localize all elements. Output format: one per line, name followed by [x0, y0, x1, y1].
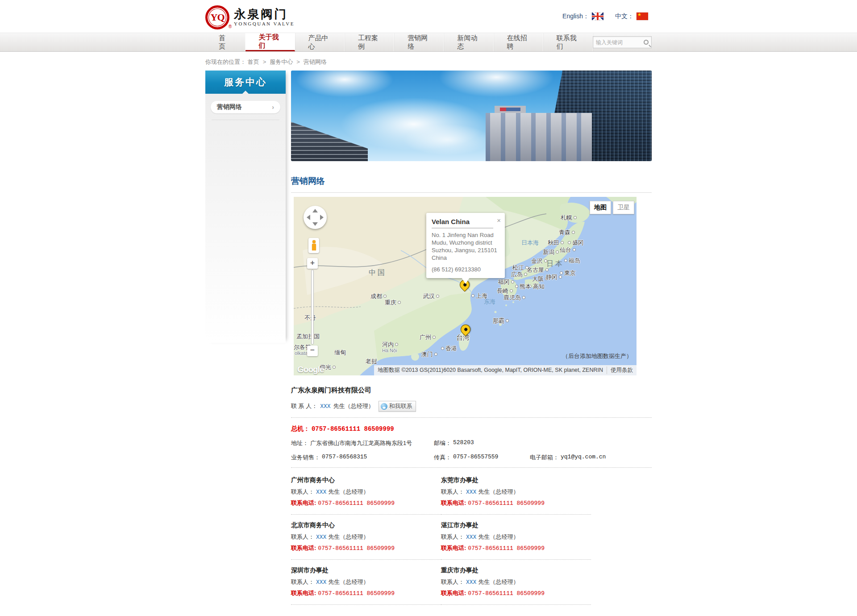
dotted-divider	[291, 417, 652, 418]
nav-item[interactable]: 工程案例	[345, 33, 394, 51]
zoom-out-button[interactable]: −	[307, 345, 318, 356]
site-logo[interactable]: YQ ® 永泉阀门 YONGQUAN VALVE	[205, 4, 295, 29]
contact-person-name: XXX	[320, 403, 330, 410]
china-flag-icon[interactable]	[637, 12, 648, 20]
nav-item[interactable]: 产品中心	[295, 33, 345, 51]
qq-button-label: 和我联系	[389, 402, 412, 410]
map-label: 武汉	[423, 292, 439, 300]
lang-english-link[interactable]: English：	[562, 12, 603, 21]
map-label: 上海	[471, 292, 487, 300]
logo-name-en: YONGQUAN VALVE	[234, 21, 295, 26]
dotted-divider	[291, 467, 652, 468]
map-label: 日本	[546, 259, 564, 269]
office-phone-numbers: 0757-86561111 86509999	[318, 590, 395, 597]
map-type-button[interactable]: 卫星	[613, 201, 634, 214]
company-name: 广东永泉阀门科技有限公司	[291, 386, 652, 395]
info-window-address-line: China	[432, 254, 499, 262]
map-label: 澳门	[421, 350, 437, 358]
breadcrumb-separator: >	[296, 58, 300, 65]
map-label: 熊本	[515, 283, 531, 291]
map-label: 日本海	[521, 239, 539, 247]
office-contact-name: XXX	[316, 579, 326, 586]
nav-item[interactable]: 新闻动态	[444, 33, 493, 51]
office-phone-numbers: 0757-86561111 86509999	[468, 590, 545, 597]
map-label: 台湾	[456, 333, 470, 342]
pan-right-icon[interactable]	[320, 215, 324, 220]
contact-label: 联 系 人：	[291, 402, 317, 410]
zip-label: 邮编：	[434, 439, 451, 447]
map-type-button[interactable]: 地图	[590, 201, 611, 214]
sidebar-item-marketing-network[interactable]: 营销网络 ›	[211, 101, 280, 113]
cloud-shape	[438, 71, 554, 97]
map-label: olkata	[295, 350, 308, 356]
map-overlay-note: （后台添加地图数据生产）	[562, 352, 632, 360]
map-type-toggle: 地图卫星	[590, 201, 634, 214]
google-map[interactable]: 中国日本日本海东海成都重庆武汉上海广州香港澳门台湾河内Hà Nội老挝缅甸孟加拉…	[294, 197, 637, 375]
pan-left-icon[interactable]	[307, 215, 310, 220]
map-label: 福冈	[498, 278, 514, 286]
nav-item[interactable]: 关于我们	[245, 33, 295, 51]
pan-up-icon[interactable]	[312, 209, 318, 212]
breadcrumb-link[interactable]: 服务中心>	[270, 58, 304, 65]
map-label: 广州	[420, 333, 436, 341]
breadcrumb-link[interactable]: 首页>	[248, 58, 270, 65]
office-contact-title: 先生（总经理）	[328, 488, 369, 495]
zoom-slider-track[interactable]	[311, 270, 314, 345]
close-icon[interactable]: ×	[497, 217, 501, 224]
nav-item[interactable]: 联系我们	[543, 33, 593, 51]
zip-value: 528203	[453, 439, 474, 447]
map-label: 東京	[560, 269, 576, 277]
cloud-shape	[403, 124, 492, 155]
nav-item[interactable]: 首 页	[205, 33, 245, 51]
map-label: 青森	[559, 229, 575, 237]
hotline-row: 总机： 0757-86561111 86509999	[291, 425, 652, 433]
google-logo[interactable]: Google	[297, 365, 324, 375]
office-contact-name: XXX	[466, 489, 476, 495]
map-label: 孟加拉国	[296, 333, 320, 341]
office-phone-label: 联系电话:	[441, 499, 466, 506]
address-label: 地址：	[291, 439, 308, 447]
company-info: 广东永泉阀门科技有限公司 联 系 人： XXX 先生（总经理） 和我联系 总机：…	[291, 386, 652, 468]
office-contact-name: XXX	[466, 579, 476, 586]
zoom-in-button[interactable]: +	[307, 258, 318, 269]
address-value: 广东省佛山市南海九江龙高路梅东段1号	[310, 439, 412, 447]
office-card: 北京市商务中心 联系人：XXX先生（总经理） 联系电话:0757-8656111…	[291, 515, 441, 560]
office-phone-numbers: 0757-86561111 86509999	[468, 545, 545, 552]
map-label: 広岛	[511, 271, 527, 279]
lang-chinese-link[interactable]: 中文：	[615, 12, 648, 21]
map-attribution-bar: 地图数据 ©2013 GS(2011)6020 Basarsoft, Googl…	[374, 365, 637, 375]
search-input[interactable]	[596, 39, 644, 46]
hotline-numbers: 0757-86561111 86509999	[312, 425, 394, 433]
uk-flag-icon[interactable]	[592, 12, 603, 20]
sidebar-menu: 营销网络 ›	[205, 94, 286, 120]
map-label: 鹿児岛	[503, 294, 525, 302]
office-contact-label: 联系人：	[441, 533, 464, 540]
search-icon[interactable]	[644, 40, 649, 45]
email-value: yq1@yq.com.cn	[561, 454, 606, 462]
map-terms-link[interactable]: 使用条款	[607, 366, 637, 374]
info-window-address-line: Mudu, Wuzhong district	[432, 239, 499, 247]
office-contact-title: 先生（总经理）	[478, 488, 519, 495]
search-box	[593, 36, 652, 48]
map-label: 老挝	[366, 358, 377, 366]
info-window-title: Velan China	[432, 218, 493, 229]
qq-contact-button[interactable]: 和我联系	[379, 401, 416, 412]
breadcrumb-link[interactable]: 营销网络>	[304, 58, 327, 65]
email-label: 电子邮箱：	[530, 454, 559, 462]
office-contact-label: 联系人：	[441, 488, 464, 495]
office-list: 广州市商务中心 联系人：XXX先生（总经理） 联系电话:0757-8656111…	[291, 470, 591, 605]
nav-item[interactable]: 在线招聘	[494, 33, 543, 51]
pegman-icon	[312, 240, 316, 251]
office-contact-label: 联系人：	[291, 579, 314, 585]
section-divider	[291, 192, 652, 193]
street-view-pegman[interactable]	[308, 238, 319, 253]
office-card: 深圳市办事处 联系人：XXX先生（总经理） 联系电话:0757-86561111…	[291, 560, 441, 605]
map-pan-control[interactable]	[304, 206, 327, 229]
nav-item[interactable]: 营销网络	[394, 33, 444, 51]
contact-person-title: 先生（总经理）	[333, 402, 374, 410]
registered-mark: ®	[229, 24, 232, 29]
office-contact-title: 先生（总经理）	[328, 533, 369, 540]
map-label: 中国	[369, 268, 387, 278]
map-label: 那霸	[493, 317, 509, 325]
pan-down-icon[interactable]	[312, 222, 318, 226]
